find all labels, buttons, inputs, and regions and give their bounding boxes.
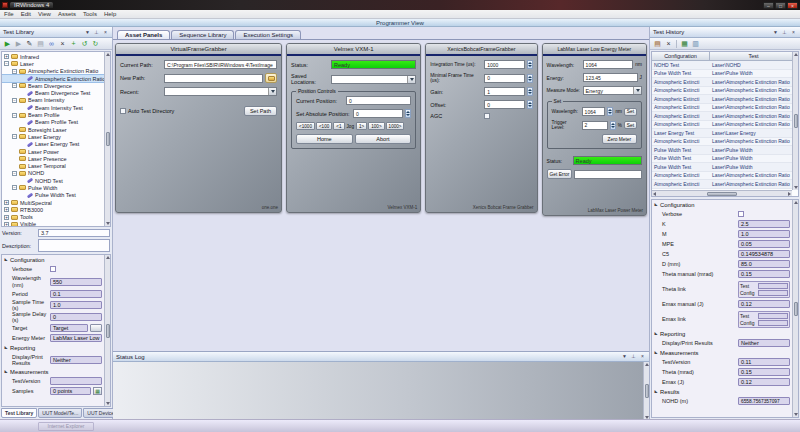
table-row[interactable]: Pulse Width TestLaser\Pulse Width [652,70,792,79]
tree-item-nohd[interactable]: −NOHD [2,170,110,177]
status-log-header[interactable]: Status Log ▼ ⊥ × [113,352,649,362]
table-row[interactable]: Laser Energy TestLaser\Laser Energy [652,129,792,138]
menu-help[interactable]: Help [104,11,116,17]
copy-icon[interactable]: ▤ [36,39,45,48]
run-test-icon[interactable]: ▶ [3,39,12,48]
abort-button[interactable]: Abort [355,134,412,144]
zero-meter-button[interactable]: Zero Meter [602,134,637,144]
table-row[interactable]: Pulse Width TestLaser\Pulse Width [652,163,792,172]
minimal-frame-time-field[interactable]: 0 [484,74,524,83]
tab-uut-model[interactable]: UUT Model/Te... [38,408,82,418]
tree-item-multispectral[interactable]: +MultiSpectral [2,199,110,206]
labmax-header[interactable]: LabMax Laser Low Energy Meter [543,44,646,56]
expander-icon[interactable]: − [4,61,9,66]
jog-plus-1-button[interactable]: 1> [356,122,367,130]
tree-item-beam-intensity-test[interactable]: Beam Intensity Test [2,104,110,111]
tree-item-atmospheric-extinction-ratio-test[interactable]: Atmospheric Extinction Ratio Test [2,75,110,82]
tree-item-laser-temporal[interactable]: Laser Temporal [2,162,110,169]
k-field[interactable]: 2.5 [738,220,790,228]
tree-item-laser-energy-test[interactable]: Laser Energy Test [2,141,110,148]
emax-link-test-field[interactable] [758,313,788,319]
column-header-configuration[interactable]: Configuration [652,52,710,61]
dock-menu-icon[interactable]: ▼ [84,29,91,36]
tree-item-beam-divergence[interactable]: −Beam Divergence [2,82,110,89]
get-error-button[interactable]: Get Error [547,169,573,179]
c5-field[interactable]: 0.149534878 [738,250,790,258]
gain-spinner[interactable] [527,87,533,96]
table-row[interactable]: Atmospheric ExtinctiLaser\Atmospheric Ex… [652,78,792,87]
jog-plus-100-button[interactable]: 100> [368,122,384,130]
theta-link-test-field[interactable] [758,283,788,289]
emax-link-config-field[interactable] [758,320,788,326]
report-icon[interactable]: ▥ [691,39,700,48]
integration-time-field[interactable]: 1000 [484,60,524,69]
theta-manual-field[interactable]: 0.15 [738,270,790,278]
section-measurements[interactable]: ◢Measurements [652,348,798,357]
close-icon[interactable]: × [790,29,797,36]
period-field[interactable]: 0.1 [50,290,102,298]
expander-icon[interactable]: + [4,207,9,212]
section-reporting[interactable]: ◢Reporting [652,329,798,338]
d-field[interactable]: 85.0 [738,260,790,268]
tree-item-laser-presence[interactable]: Laser Presence [2,155,110,162]
delete-icon[interactable]: × [58,39,67,48]
trigger-level-spinner[interactable] [610,121,616,130]
test-history-header[interactable]: Test History ▼ ⊥ × [650,27,800,38]
section-configuration[interactable]: ◢Configuration [2,255,110,264]
jog-plus-1000-button[interactable]: 1000> [386,122,405,130]
section-measurements[interactable]: ◢Measurements [2,367,110,376]
measure-mode-dropdown[interactable]: Energy [583,86,642,95]
properties-scrollbar[interactable] [104,255,110,406]
menu-file[interactable]: File [4,11,14,17]
verbose-checkbox[interactable] [50,266,56,272]
display-print-field[interactable]: Neither [738,339,790,347]
tree-item-atmospheric-extinction-ratio[interactable]: −Atmospheric Extinction Ratio [2,68,110,75]
trigger-level-field[interactable]: 2 [582,121,608,130]
close-icon[interactable]: × [102,29,109,36]
current-position-field[interactable]: 0 [346,96,411,105]
tree-item-beam-intensity[interactable]: −Beam Intensity [2,97,110,104]
close-button[interactable]: × [787,2,798,9]
expander-icon[interactable]: − [12,83,17,88]
pin-icon[interactable]: ⊥ [781,29,788,36]
offset-field[interactable]: 0 [484,100,524,109]
m-field[interactable]: 1.0 [738,230,790,238]
table-row[interactable]: Atmospheric ExtinctiLaser\Atmospheric Ex… [652,180,792,189]
section-configuration[interactable]: ◢Configuration [652,200,798,209]
display-print-field[interactable]: Neither [50,356,102,364]
jog-minus-1-button[interactable]: <1 [333,122,344,130]
expander-icon[interactable]: − [12,171,17,176]
tree-item-laser-power[interactable]: Laser Power [2,148,110,155]
chevron-down-icon[interactable] [268,88,276,95]
pin-icon[interactable]: ⊥ [93,29,100,36]
emax-field[interactable]: 0.12 [738,378,790,386]
expander-icon[interactable]: − [12,185,17,190]
table-row[interactable]: NOHD TestLaser\NOHD [652,61,792,70]
sample-time-field[interactable]: 1.0 [50,301,102,309]
dock-menu-icon[interactable]: ▼ [772,29,779,36]
pin-icon[interactable]: ⊥ [630,353,637,360]
taskbar-button[interactable]: Internet Explorer [38,422,94,431]
nohd-field[interactable]: 6558.7567357097 [738,397,790,405]
chevron-down-icon[interactable] [407,76,415,83]
export-icon[interactable]: ▦ [680,39,689,48]
menu-view[interactable]: View [38,11,51,17]
table-row[interactable]: Atmospheric ExtinctiLaser\Atmospheric Ex… [652,112,792,121]
set-absolute-position-field[interactable]: 0 [353,109,403,118]
set-wavelength-spinner[interactable] [607,107,613,116]
configuration-scrollbar[interactable] [792,200,798,417]
recycle-icon[interactable]: ↺ [80,39,89,48]
expander-icon[interactable]: − [12,98,17,103]
menu-edit[interactable]: Edit [21,11,31,17]
jog-minus-1000-button[interactable]: <1000 [296,122,315,130]
title-bar[interactable]: IRWindows 4 – □ × [0,0,800,10]
tree-item-infrared[interactable]: +Infrared [2,53,110,60]
expander-icon[interactable]: − [12,134,17,139]
sample-delay-field[interactable]: 0 [50,313,102,321]
verbose-checkbox[interactable] [738,211,744,217]
expander-icon[interactable]: − [12,113,17,118]
wavelength-field[interactable]: 550 [50,278,102,286]
tree-item-beam-divergence-test[interactable]: Beam Divergence Test [2,89,110,96]
section-results[interactable]: ◢Results [652,387,798,396]
edit-icon[interactable]: ✎ [25,39,34,48]
